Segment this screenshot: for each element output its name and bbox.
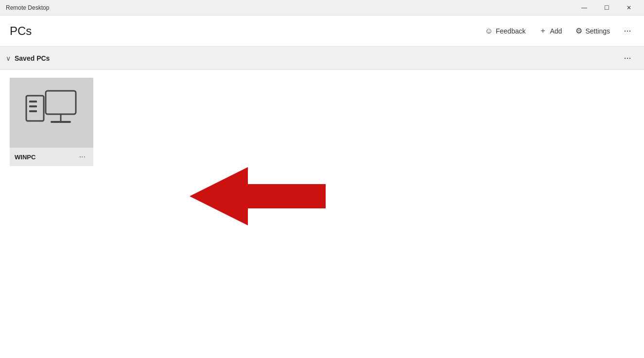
add-label: Add [550, 27, 562, 35]
saved-pcs-section-header: ∨ Saved PCs ··· [0, 47, 644, 70]
window-controls: — ☐ ✕ [573, 0, 640, 16]
pc-tile-more-button[interactable]: ··· [76, 152, 88, 162]
header-more-button[interactable]: ··· [619, 22, 636, 40]
maximize-button[interactable]: ☐ [595, 0, 618, 16]
svg-rect-0 [26, 96, 44, 121]
feedback-button[interactable]: ☺ Feedback [480, 24, 531, 38]
minimize-button[interactable]: — [573, 0, 595, 16]
pc-tile-winpc[interactable]: WINPC ··· [10, 78, 93, 166]
settings-label: Settings [585, 27, 610, 35]
section-more-button[interactable]: ··· [619, 50, 636, 67]
close-button[interactable]: ✕ [618, 0, 640, 16]
pc-tile-footer: WINPC ··· [10, 148, 93, 166]
svg-marker-7 [190, 167, 326, 225]
red-arrow-svg [190, 157, 326, 235]
feedback-icon: ☺ [485, 27, 493, 35]
content-area: WINPC ··· [0, 70, 644, 176]
section-title: Saved PCs [15, 54, 50, 62]
page-title: PCs [10, 24, 32, 38]
pc-tile-thumbnail [10, 78, 93, 148]
add-icon: ＋ [539, 26, 547, 36]
svg-rect-3 [29, 110, 37, 112]
red-arrow-annotation [190, 157, 326, 237]
add-button[interactable]: ＋ Add [534, 23, 567, 39]
title-bar: Remote Desktop — ☐ ✕ [0, 0, 644, 16]
svg-rect-1 [29, 101, 37, 102]
svg-rect-4 [46, 91, 76, 114]
computer-icon [22, 86, 81, 139]
pc-name-label: WINPC [15, 153, 35, 161]
section-header-left: ∨ Saved PCs [6, 54, 50, 62]
header-actions: ☺ Feedback ＋ Add ⚙ Settings ··· [480, 22, 636, 40]
app-header: PCs ☺ Feedback ＋ Add ⚙ Settings ··· [0, 16, 644, 47]
feedback-label: Feedback [496, 27, 525, 35]
chevron-down-icon: ∨ [6, 54, 11, 62]
settings-icon: ⚙ [575, 26, 582, 35]
app-title: Remote Desktop [6, 4, 49, 11]
settings-button[interactable]: ⚙ Settings [571, 23, 615, 38]
svg-rect-2 [29, 105, 37, 107]
